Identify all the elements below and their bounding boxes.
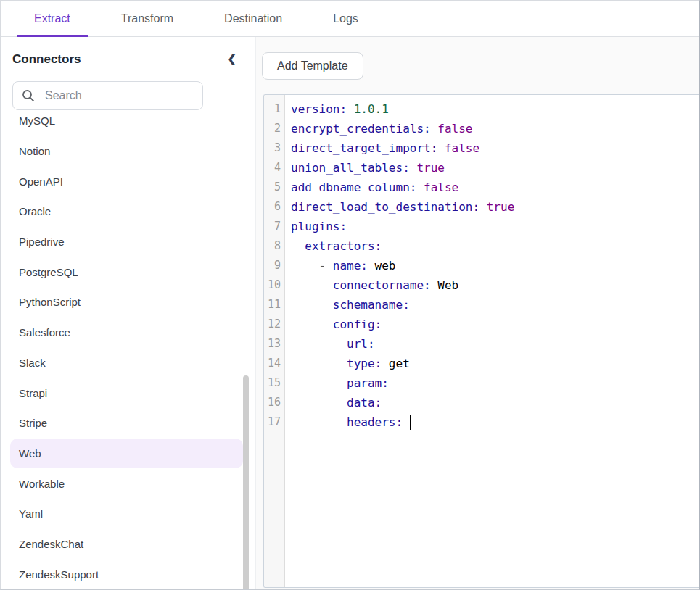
sidebar-item-pythonscript[interactable]: PythonScript [10,287,243,317]
tab-label: Extract [34,12,70,25]
code-token: direct_load_to_destination: [291,200,479,214]
code-token: get [382,357,410,370]
text-cursor [410,415,411,430]
sidebar-item-postgresql[interactable]: PostgreSQL [10,257,243,287]
tab-logs[interactable]: Logs [316,1,376,36]
sidebar-item-zendesksupport[interactable]: ZendeskSupport [10,559,243,589]
sidebar-item-yaml[interactable]: Yaml [10,499,243,529]
sidebar-title: Connectors [12,52,81,67]
code-line: config: [291,315,699,334]
code-token [347,102,354,116]
sidebar-item-notion[interactable]: Notion [10,136,243,167]
sidebar: Connectors ❮ MySQLNotionOpenAPIOraclePip… [1,37,256,589]
tab-extract[interactable]: Extract [17,1,88,36]
code-line: connectorname: Web [291,275,699,295]
line-number: 1 [264,99,284,119]
code-token: union_all_tables: [291,161,410,175]
code-line: direct_target_import: false [291,138,699,158]
code-token: true [487,200,515,214]
code-token: extractors: [305,239,382,253]
line-number: 6 [264,197,284,217]
code-token: connectorname: [333,278,431,292]
line-number: 5 [264,178,284,197]
tab-destination[interactable]: Destination [207,1,300,36]
code-line: extractors: [291,236,699,256]
sidebar-item-strapi[interactable]: Strapi [10,378,243,408]
code-line: direct_load_to_destination: true [291,197,699,217]
line-number: 7 [264,217,284,236]
code-token [410,161,417,175]
code-line: data: [291,393,699,412]
code-token: config: [333,317,382,331]
code-token [291,415,347,429]
sidebar-item-stripe[interactable]: Stripe [10,408,243,439]
code-line: headers: [291,412,699,432]
code-token [291,239,305,253]
search-icon [22,89,35,102]
sidebar-item-openapi[interactable]: OpenAPI [10,166,243,196]
line-number: 3 [264,138,284,158]
code-token: encrypt_credentials: [291,122,431,136]
code-token: web [368,259,396,273]
line-number: 12 [264,315,284,334]
code-line: version: 1.0.1 [291,99,699,119]
code-token: name: [333,259,368,273]
code-token [291,317,333,331]
line-number: 11 [264,295,284,315]
main-panel: Add Template 1234567891011121314151617 v… [256,37,699,589]
code-token: url: [347,337,375,351]
code-token: param: [347,376,389,390]
line-number: 8 [264,236,284,256]
sidebar-item-mysql[interactable]: MySQL [10,114,243,136]
tab-transform[interactable]: Transform [104,1,191,36]
yaml-editor[interactable]: 1234567891011121314151617 version: 1.0.1… [263,94,699,588]
code-token: Web [431,278,459,292]
code-token: 1.0.1 [354,102,389,116]
code-line: type: get [291,354,699,373]
sidebar-item-zendeskchat[interactable]: ZendeskChat [10,529,243,560]
tab-label: Destination [224,12,282,25]
connector-list: MySQLNotionOpenAPIOraclePipedrivePostgre… [1,114,255,589]
line-number: 15 [264,373,284,393]
sidebar-item-slack[interactable]: Slack [10,348,243,378]
editor-gutter: 1234567891011121314151617 [264,95,285,587]
code-token [437,141,445,155]
code-token [416,180,424,194]
tab-bar: ExtractTransformDestinationLogs [1,1,699,37]
search-box[interactable] [12,81,203,110]
collapse-sidebar-icon[interactable]: ❮ [227,51,236,66]
sidebar-item-web[interactable]: Web [10,439,243,469]
code-line: - name: web [291,256,699,275]
code-token: true [416,161,445,175]
tab-label: Transform [121,12,173,25]
line-number: 17 [264,412,284,432]
tab-label: Logs [333,12,358,25]
code-token: data: [347,396,382,410]
sidebar-scrollbar[interactable] [243,375,249,590]
line-number: 10 [264,275,284,295]
code-token [403,415,410,429]
code-token: false [445,141,479,155]
code-line: url: [291,334,699,354]
code-token: false [437,122,472,136]
line-number: 4 [264,158,284,178]
search-input[interactable] [45,89,195,102]
line-number: 16 [264,393,284,412]
code-token [291,278,333,292]
code-token: false [424,180,458,194]
code-token: type: [347,357,382,370]
code-line: add_dbname_column: false [291,178,699,197]
code-token [479,200,487,214]
code-line: encrypt_credentials: false [291,119,699,138]
line-number: 14 [264,354,284,373]
code-line: schemaname: [291,295,699,315]
sidebar-item-salesforce[interactable]: Salesforce [10,317,243,348]
add-template-button[interactable]: Add Template [262,52,363,80]
sidebar-item-pipedrive[interactable]: Pipedrive [10,227,243,257]
line-number: 2 [264,119,284,138]
editor-code[interactable]: version: 1.0.1encrypt_credentials: false… [285,95,699,587]
sidebar-item-oracle[interactable]: Oracle [10,196,243,227]
code-token: schemaname: [333,298,410,312]
code-token: headers: [347,415,403,429]
sidebar-item-workable[interactable]: Workable [10,468,243,499]
